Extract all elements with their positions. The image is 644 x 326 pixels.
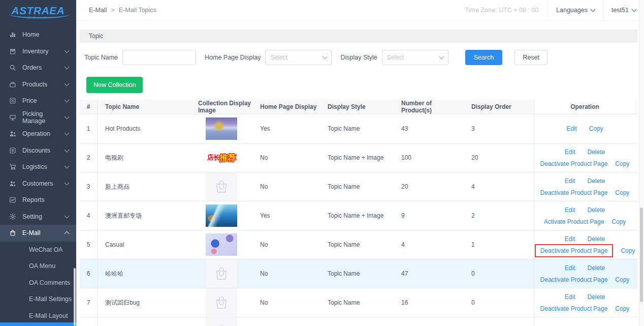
logistics-icon [9, 163, 16, 170]
reset-button[interactable]: Reset [514, 50, 548, 65]
sidebar-item-logistics[interactable]: Logistics [0, 159, 76, 175]
operation-links-line: EditDelete [565, 149, 605, 156]
chevron-up-icon [65, 231, 70, 236]
sidebar-item-reports[interactable]: Reports [0, 192, 76, 209]
operation-links-line: EditCopy [566, 125, 603, 132]
deactivate-product-page-link[interactable]: Deactivate Product Page [540, 189, 608, 196]
new-collection-button[interactable]: New Collection [86, 77, 143, 93]
sidebar-item-products[interactable]: Products [0, 76, 76, 93]
edit-link[interactable]: Edit [565, 177, 575, 185]
copy-link[interactable]: Copy [611, 218, 626, 225]
sidebar-item-home[interactable]: Home [0, 26, 76, 43]
sidebar-subitem-label: E-Mall Settings [29, 295, 72, 303]
sidebar-subitem-wechat-oa[interactable]: WeChat OA [0, 242, 76, 258]
display-order-cell: 4 [464, 172, 534, 201]
column-header-display-style: Display Style [320, 100, 394, 114]
copy-link[interactable]: Copy [615, 160, 629, 167]
edit-link[interactable]: Edit [565, 235, 575, 243]
sidebar-item-customers[interactable]: Customers [0, 175, 76, 192]
operation-links-line: EditDelete [565, 235, 605, 243]
user-menu[interactable]: test51 [603, 0, 644, 20]
display-style-select[interactable]: Select [382, 50, 448, 65]
operation-links-line: EditDelete [565, 206, 605, 214]
deactivate-product-page-link[interactable]: Deactivate Product Page [540, 247, 608, 254]
row-number-cell: 2 [80, 143, 98, 172]
operation-links-line: Deactivate Product PageCopy [540, 189, 630, 196]
topic-name-cell: Hot Products [98, 114, 190, 143]
delete-link[interactable]: Delete [588, 264, 605, 272]
copy-link[interactable]: Copy [621, 247, 635, 254]
sidebar-subitem-e-mall-layout[interactable]: E-Mall Layout [0, 308, 76, 324]
topic-name-cell: Casual [98, 230, 190, 259]
edit-link[interactable]: Edit [565, 293, 575, 301]
copy-link[interactable]: Copy [615, 305, 629, 312]
sidebar-item-orders[interactable]: Orders [0, 60, 76, 76]
copy-link[interactable]: Copy [589, 125, 603, 132]
home-page-display-label: Home Page Display [205, 54, 261, 61]
operation-links-line: EditDelete [565, 293, 605, 301]
display-style-cell: Topic Name [320, 172, 394, 201]
operation-links-line: Activate Product PageCopy [544, 218, 626, 225]
row-number-cell: 5 [80, 230, 98, 259]
copy-link[interactable]: Copy [615, 189, 629, 196]
breadcrumb-current: E-Mall Topics [119, 7, 156, 14]
edit-link[interactable]: Edit [565, 206, 575, 214]
home-page-display-cell: No [252, 143, 320, 172]
red-highlight-box: Deactivate Product Page [535, 244, 614, 257]
brand-logo-wrap: ASTRAEA 阿斯米亚 [11, 6, 65, 20]
sidebar-scrollbar-thumb[interactable] [74, 268, 76, 326]
sidebar-item-setting[interactable]: Setting [0, 209, 76, 225]
row-number-cell: 1 [80, 114, 98, 143]
table-header-row: #Topic NameCollection Display ImageHome … [80, 100, 637, 114]
delete-link[interactable]: Delete [588, 177, 605, 185]
collection-image-cell [190, 288, 252, 317]
sidebar-subitem-e-mall-settings[interactable]: E-Mall Settings [0, 291, 76, 308]
top-header: E-Mall > E-Mall Topics Time Zone: UTC + … [76, 0, 644, 21]
sidebar-item-emall-topics-active[interactable] [0, 322, 76, 326]
sidebar-subitem-oa-comments[interactable]: OA Comments [0, 275, 76, 291]
brand-logo[interactable]: ASTRAEA 阿斯米亚 [0, 0, 76, 25]
home-page-display-select[interactable]: Select [265, 50, 332, 65]
display-order-cell: 0 [464, 259, 534, 288]
deactivate-product-page-link[interactable]: Deactivate Product Page [540, 160, 608, 167]
sidebar-subitem-oa-menu[interactable]: OA Menu [0, 258, 76, 275]
username-label: test51 [611, 7, 629, 14]
deactivate-product-page-link[interactable]: Deactivate Product Page [540, 276, 608, 283]
table-row: 2 电视剧 店长推荐 No Topic Name + Image 100 20 … [80, 143, 637, 172]
placeholder-bag-icon [206, 172, 237, 201]
edit-link[interactable]: Edit [566, 125, 577, 132]
sidebar-item-discounts[interactable]: Discounts [0, 142, 76, 159]
sidebar-item-e-mall[interactable]: E-Mall [0, 225, 76, 242]
page-scrollbar-thumb[interactable] [640, 208, 643, 302]
operation-links-line: EditDelete [565, 264, 605, 272]
languages-menu[interactable]: Languages [548, 0, 603, 20]
search-button[interactable]: Search [465, 50, 503, 65]
topic-name-input[interactable] [122, 50, 196, 65]
edit-link[interactable]: Edit [565, 264, 575, 272]
breadcrumb-root[interactable]: E-Mall [89, 7, 107, 14]
operation-cell: EditDeleteDeactivate Product PageCopy [534, 230, 635, 259]
activate-product-page-link[interactable]: Activate Product Page [544, 218, 604, 225]
sidebar-item-picking-manage[interactable]: Picking Manage [0, 109, 76, 126]
sidebar-item-inventory[interactable]: Inventory [0, 43, 76, 60]
operation-links-line: EditDelete [565, 177, 605, 185]
delete-link[interactable]: Delete [588, 293, 605, 301]
delete-link[interactable]: Delete [588, 235, 605, 243]
delete-link[interactable]: Delete [588, 206, 605, 214]
display-style-cell: Topic Name [320, 230, 394, 259]
product-count-cell: 43 [394, 114, 464, 143]
chevron-down-icon [590, 7, 595, 12]
sidebar-item-price[interactable]: Price [0, 93, 76, 109]
sidebar-item-operation[interactable]: Operation [0, 126, 76, 142]
product-count-cell: 16 [394, 288, 464, 317]
delete-link[interactable]: Delete [588, 149, 605, 156]
copy-link[interactable]: Copy [615, 276, 629, 283]
edit-link[interactable]: Edit [565, 149, 575, 156]
deactivate-product-page-link[interactable]: Deactivate Product Page [540, 305, 608, 312]
page-scrollbar-track[interactable] [639, 0, 644, 326]
home-page-display-cell: No [252, 259, 320, 288]
reports-icon [9, 196, 16, 203]
table-row: 5 Casual No Topic Name 4 1 EditDeleteDea… [80, 230, 637, 259]
column-header-home-page-display: Home Page Display [252, 100, 320, 114]
collection-image-cell [190, 317, 252, 326]
